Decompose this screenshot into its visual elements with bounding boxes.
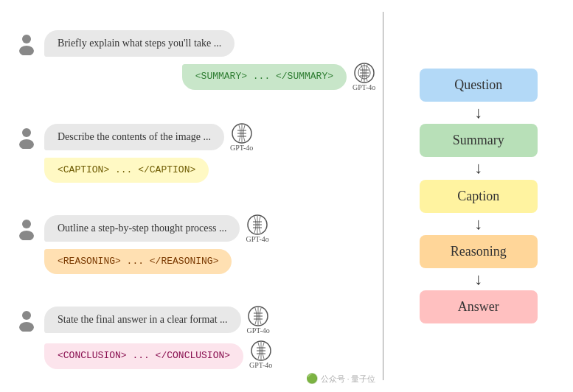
gpt-icon-2	[232, 123, 252, 144]
user-avatar-4	[15, 308, 38, 332]
response-text-1: <SUMMARY> ... </SUMMARY>	[195, 71, 333, 82]
flow-box-caption: Caption	[420, 180, 538, 213]
right-panel: Question ↓ Summary ↓ Caption ↓ Reasoning…	[383, 0, 573, 392]
flow-box-summary: Summary	[420, 124, 538, 157]
svg-point-1	[19, 46, 34, 55]
gpt-text-1: GPT-4o	[353, 83, 375, 91]
gpt-text-3: GPT-4o	[246, 235, 268, 243]
svg-point-4	[19, 139, 34, 149]
svg-point-9	[22, 311, 31, 320]
conversation-2: Describe the contents of the image ... G…	[15, 122, 375, 184]
flow-label-answer: Answer	[458, 299, 499, 314]
gpt-icon-1	[354, 63, 375, 83]
flow-box-reasoning: Reasoning	[420, 235, 538, 268]
response-bubble-3: <REASONING> ... </REASONING>	[44, 249, 232, 274]
user-row-1: Briefly explain what steps you'll take .…	[15, 30, 375, 57]
user-bubble-3: Outline a step-by-step thought process .…	[44, 215, 240, 242]
response-text-4: <CONCLUSION> ... </CONCLUSION>	[58, 350, 230, 361]
gpt-label-1: GPT-4o	[353, 63, 375, 91]
user-row-2: Describe the contents of the image ... G…	[15, 123, 375, 152]
user-row-3: Outline a step-by-step thought process .…	[15, 214, 375, 243]
user-bubble-4: State the final answer in a clear format…	[44, 307, 241, 333]
conversation-4: State the final answer in a clear format…	[15, 304, 375, 371]
svg-point-0	[22, 35, 31, 43]
gpt-label-4b: GPT-4o	[249, 340, 272, 369]
user-avatar-3	[15, 217, 38, 240]
svg-point-7	[19, 231, 34, 240]
user-avatar-1	[15, 32, 38, 55]
response-bubble-2: <CAPTION> ... </CAPTION>	[44, 158, 209, 183]
user-bubble-1: Briefly explain what steps you'll take .…	[44, 30, 235, 57]
user-bubble-2: Describe the contents of the image ...	[44, 124, 224, 150]
flow-arrow-2: ↓	[474, 158, 482, 178]
user-text-1: Briefly explain what steps you'll take .…	[58, 38, 221, 49]
watermark-icon: 🟢	[306, 373, 318, 385]
conversation-1: Briefly explain what steps you'll take .…	[15, 29, 375, 93]
response-bubble-1: <SUMMARY> ... </SUMMARY>	[182, 64, 347, 89]
svg-point-10	[19, 322, 34, 332]
response-row-1: <SUMMARY> ... </SUMMARY> GPT-4o	[15, 63, 375, 91]
flow-label-summary: Summary	[453, 133, 504, 147]
user-text-4: State the final answer in a clear format…	[58, 314, 228, 325]
left-panel: Briefly explain what steps you'll take .…	[0, 0, 383, 392]
gpt-label-3: GPT-4o	[246, 214, 268, 243]
user-avatar-2	[15, 125, 38, 149]
response-row-2: <CAPTION> ... </CAPTION>	[15, 158, 375, 183]
conversation-3: Outline a step-by-step thought process .…	[15, 213, 375, 276]
flow-arrow-3: ↓	[474, 214, 482, 234]
flow-box-answer: Answer	[420, 290, 538, 323]
response-text-3: <REASONING> ... </REASONING>	[58, 256, 218, 267]
gpt-icon-3	[247, 214, 268, 235]
gpt-icon-4a	[248, 306, 268, 326]
gpt-label-4a: GPT-4o	[247, 306, 270, 335]
watermark-text: 公众号 · 量子位	[321, 374, 375, 385]
flow-arrow-1: ↓	[474, 103, 482, 122]
flow-label-reasoning: Reasoning	[451, 244, 507, 259]
gpt-text-4b: GPT-4o	[249, 361, 272, 369]
flow-box-question: Question	[420, 69, 538, 102]
flow-label-caption: Caption	[457, 189, 499, 203]
response-text-2: <CAPTION> ... </CAPTION>	[58, 164, 195, 175]
user-row-4: State the final answer in a clear format…	[15, 306, 375, 335]
gpt-icon-4b	[251, 340, 271, 361]
gpt-text-2: GPT-4o	[230, 144, 253, 152]
svg-point-6	[22, 220, 31, 228]
gpt-label-2: GPT-4o	[230, 123, 253, 152]
response-row-4: <CONCLUSION> ... </CONCLUSION> GPT-4o	[15, 340, 375, 369]
flow-label-question: Question	[454, 77, 502, 92]
response-row-3: <REASONING> ... </REASONING>	[15, 249, 375, 274]
user-text-3: Outline a step-by-step thought process .…	[58, 223, 226, 234]
svg-point-3	[22, 128, 31, 137]
flow-arrow-4: ↓	[474, 270, 482, 289]
gpt-text-4a: GPT-4o	[247, 326, 270, 335]
watermark: 🟢 公众号 · 量子位	[306, 373, 375, 385]
response-bubble-4: <CONCLUSION> ... </CONCLUSION>	[44, 343, 243, 368]
user-text-2: Describe the contents of the image ...	[58, 131, 211, 142]
